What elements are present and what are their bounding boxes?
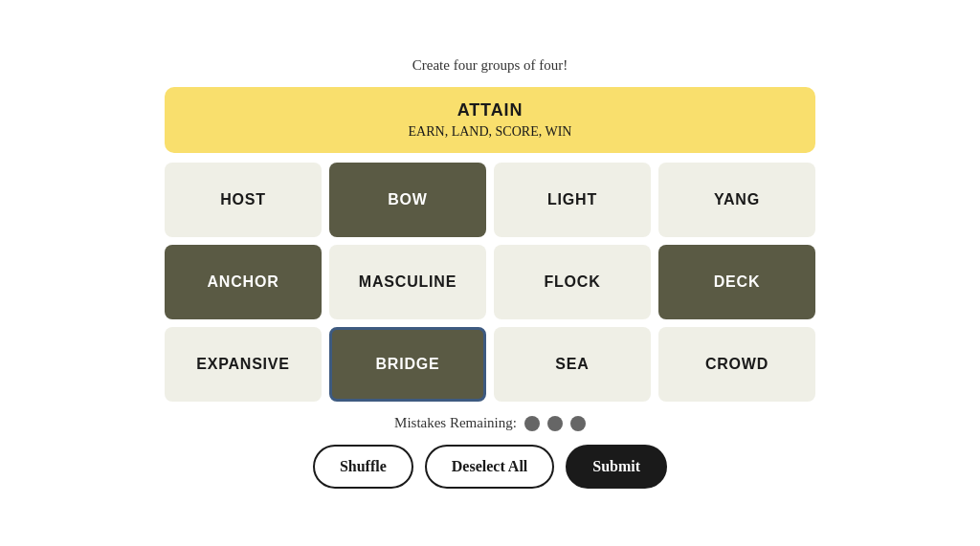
mistake-dot-3 — [570, 416, 586, 431]
tile-yang[interactable]: YANG — [658, 163, 815, 237]
tile-deck[interactable]: DECK — [658, 245, 815, 319]
solved-groups: ATTAINEARN, LAND, SCORE, WIN — [165, 87, 815, 153]
submit-button[interactable]: Submit — [566, 445, 667, 489]
tile-anchor[interactable]: ANCHOR — [165, 245, 322, 319]
solved-group-words: EARN, LAND, SCORE, WIN — [184, 124, 796, 140]
tile-host[interactable]: HOST — [165, 163, 322, 237]
tile-crowd[interactable]: CROWD — [658, 327, 815, 402]
action-buttons: Shuffle Deselect All Submit — [313, 445, 667, 489]
word-grid: HOSTBOWLIGHTYANGANCHORMASCULINEFLOCKDECK… — [165, 163, 815, 402]
deselect-all-button[interactable]: Deselect All — [425, 445, 555, 489]
solved-group-attain: ATTAINEARN, LAND, SCORE, WIN — [165, 87, 815, 153]
solved-group-title: ATTAIN — [184, 100, 796, 120]
tile-expansive[interactable]: EXPANSIVE — [165, 327, 322, 402]
game-container: Create four groups of four! ATTAINEARN, … — [165, 57, 815, 489]
mistake-dot-2 — [547, 416, 563, 431]
instructions-text: Create four groups of four! — [412, 57, 568, 74]
mistake-dot-1 — [524, 416, 540, 431]
tile-light[interactable]: LIGHT — [494, 163, 651, 237]
tile-masculine[interactable]: MASCULINE — [329, 245, 486, 319]
tile-bridge[interactable]: BRIDGE — [329, 327, 486, 402]
tile-sea[interactable]: SEA — [494, 327, 651, 402]
mistakes-row: Mistakes Remaining: — [394, 415, 586, 431]
tile-flock[interactable]: FLOCK — [494, 245, 651, 319]
shuffle-button[interactable]: Shuffle — [313, 445, 413, 489]
tile-bow[interactable]: BOW — [329, 163, 486, 237]
mistakes-label: Mistakes Remaining: — [394, 415, 517, 431]
